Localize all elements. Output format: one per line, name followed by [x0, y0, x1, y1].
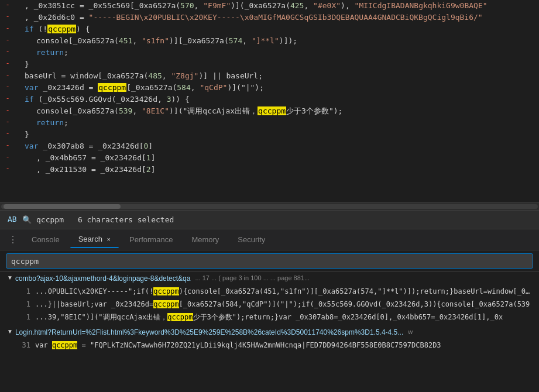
result-group-1-header[interactable]: ▼ combo?ajax-10&ajaxmethord-4&loginpage-… [0, 272, 539, 285]
code-line: - console[_0xa6527a(539, "8E1C")]("调用qcc… [0, 105, 539, 117]
result-item[interactable]: 1 ...0PUBLIC\x20KEY-----";if(!qccppm){co… [0, 285, 539, 298]
group-1-page-info: ... 17 ... ( page 3 in 100 ... ... page … [195, 274, 310, 281]
line-gutter: - [2, 164, 13, 173]
line-content: } [13, 129, 537, 140]
result-item[interactable]: 31 var qccppm = "FQPLkTzNCwTawwh6H720ZQ2… [0, 339, 539, 352]
horizontal-scrollbar[interactable] [0, 202, 539, 210]
group-1-arrow: ▼ [7, 274, 13, 281]
tab-overflow-button[interactable]: ⋮ [5, 232, 21, 247]
line-gutter: - [2, 47, 13, 56]
tab-memory[interactable]: Memory [183, 232, 227, 247]
type-icon: AB [7, 214, 18, 226]
tab-bar: ⋮ Console Search × Performance Memory Se… [0, 229, 539, 250]
status-bar: AB 🔍 qccppm 6 characters selected [0, 210, 539, 229]
tab-security[interactable]: Security [229, 232, 273, 247]
search-status-icon: 🔍 [22, 215, 32, 224]
line-content: , _0x3051cc = _0x55c569[_0xa6527a(570, "… [13, 0, 537, 12]
line-gutter: - [2, 12, 13, 20]
result-line-number: 1 [16, 286, 30, 297]
search-input-wrapper[interactable] [6, 253, 533, 269]
code-line: - , _0x4bb657 = _0x23426d[1] [0, 152, 539, 164]
line-content: return; [13, 117, 537, 129]
result-line-number: 1 [16, 299, 30, 310]
code-line: - } [0, 129, 539, 140]
result-item[interactable]: 1 ...}||baseUrl;var _0x23426d=qccppm[_0x… [0, 298, 539, 311]
result-text: ...0PUBLIC\x20KEY-----";if(!qccppm){cons… [35, 286, 532, 297]
code-line: - return; [0, 47, 539, 59]
code-editor: - , _0x3051cc = _0x55c569[_0xa6527a(570,… [0, 0, 539, 202]
search-input[interactable] [11, 257, 528, 266]
code-line: - baseUrl = window[_0xa6527a(485, "Z8gj"… [0, 70, 539, 82]
line-gutter: - [2, 82, 13, 91]
chars-selected-label: 6 characters selected [78, 215, 174, 224]
line-content: } [13, 59, 537, 70]
code-line: - , _0x26d6c0 = "-----BEGIN\x20PUBLIC\x2… [0, 12, 539, 23]
result-group-2-header[interactable]: ▼ Login.html?ReturnUrl=%2Flist.html%3Fke… [0, 326, 539, 339]
line-content: if (!qccppm) { [13, 23, 537, 35]
tab-close-button[interactable]: × [107, 236, 111, 243]
code-line: - console[_0xa6527a(451, "s1fn")][_0xa65… [0, 35, 539, 47]
line-gutter: - [2, 152, 13, 161]
line-content: , _0x4bb657 = _0x23426d[1] [13, 152, 537, 164]
line-gutter: - [2, 140, 13, 149]
search-results-area: ▼ combo?ajax-10&ajaxmethord-4&loginpage-… [0, 272, 539, 392]
line-gutter: - [2, 35, 13, 44]
result-text: ...}||baseUrl;var _0x23426d=qccppm[_0xa6… [35, 299, 532, 310]
group-1-name: combo?ajax-10&ajaxmethord-4&loginpage-8&… [15, 274, 191, 283]
line-content: if (_0x55c569.GGQvd(_0x23426d, 3)) { [13, 94, 537, 105]
result-line-number: 31 [16, 340, 30, 350]
line-gutter: - [2, 105, 13, 114]
line-content: , _0x26d6c0 = "-----BEGIN\x20PUBLIC\x20K… [13, 12, 537, 23]
line-content: return; [13, 47, 537, 59]
line-content: var _0x307ab8 = _0x23426d[0] [13, 140, 537, 152]
line-gutter: - [2, 94, 13, 102]
line-gutter: - [2, 117, 13, 126]
tab-search[interactable]: Search × [70, 231, 119, 248]
group-2-name: Login.html?ReturnUrl=%2Flist.html%3Fkeyw… [15, 328, 403, 336]
result-item[interactable]: 1 ...39,"8E1C")]("调用qccAjax出错，qccppm少于3个… [0, 311, 539, 324]
search-term-label: qccppm [36, 215, 64, 224]
line-content: , _0x211530 = _0x23426d[2] [13, 164, 537, 176]
svg-text:AB: AB [8, 215, 17, 223]
tab-console[interactable]: Console [23, 232, 68, 247]
result-line-number: 1 [16, 312, 30, 322]
group-2-arrow: ▼ [7, 328, 13, 335]
line-gutter: - [2, 59, 13, 67]
scrollbar-thumb[interactable] [4, 204, 121, 209]
code-line: - if (!qccppm) { [0, 23, 539, 35]
line-gutter: - [2, 129, 13, 137]
code-line: - var _0x307ab8 = _0x23426d[0] [0, 140, 539, 152]
search-bar [0, 250, 539, 272]
scrollbar-track[interactable] [1, 204, 538, 209]
line-content: console[_0xa6527a(539, "8E1C")]("调用qccAj… [13, 105, 537, 117]
result-text: var qccppm = "FQPLkTzNCwTawwh6H720ZQ21yL… [35, 340, 532, 350]
code-line: - var _0x23426d = qccppm[_0xa6527a(584, … [0, 82, 539, 94]
code-line: - if (_0x55c569.GGQvd(_0x23426d, 3)) { [0, 94, 539, 105]
code-line: - return; [0, 117, 539, 129]
line-gutter: - [2, 0, 13, 9]
line-gutter: - [2, 23, 13, 32]
line-content: baseUrl = window[_0xa6527a(485, "Z8gj")]… [13, 70, 537, 82]
line-content: var _0x23426d = qccppm[_0xa6527a(584, "q… [13, 82, 537, 94]
code-line: - , _0x3051cc = _0x55c569[_0xa6527a(570,… [0, 0, 539, 12]
line-content: console[_0xa6527a(451, "s1fn")][_0xa6527… [13, 35, 537, 47]
code-line: - , _0x211530 = _0x23426d[2] [0, 164, 539, 176]
line-gutter: - [2, 70, 13, 79]
group-2-page-info: w [408, 328, 413, 335]
code-line: - } [0, 59, 539, 70]
tab-performance[interactable]: Performance [121, 232, 181, 247]
result-text: ...39,"8E1C")]("调用qccAjax出错，qccppm少于3个参数… [35, 312, 532, 322]
